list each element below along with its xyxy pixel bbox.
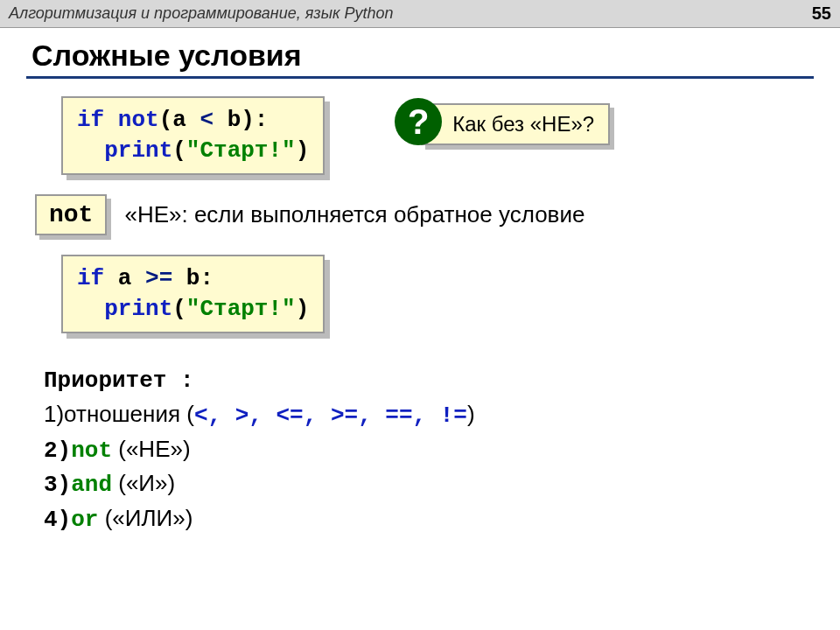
slide-header: Алгоритмизация и программирование, язык … [0, 0, 840, 28]
priority-title: Приоритет : [44, 365, 814, 398]
priority-line-1: 1)отношения (<, >, <=, >=, ==, !=) [44, 398, 814, 433]
p2-num: 2) [44, 438, 71, 464]
not-keyword-box: not [35, 194, 107, 235]
print-kw: print [104, 137, 172, 164]
priority-block: Приоритет : 1)отношения (<, >, <=, >=, =… [44, 365, 814, 536]
paren-close-2: ) [296, 296, 310, 322]
main-title: Сложные условия [26, 35, 814, 79]
p4-kw: or [71, 507, 98, 533]
callout-wrap: ? Как без «НЕ»? [421, 103, 610, 145]
paren-close: ) [296, 137, 310, 164]
priority-line-2: 2)not («НЕ») [44, 433, 814, 468]
expr-close: b): [214, 107, 268, 133]
code-box-2: if a >= b: print("Старт!") [61, 255, 325, 333]
not-row: not «НЕ»: если выполняется обратное усло… [35, 194, 814, 235]
header-title: Алгоритмизация и программирование, язык … [9, 4, 393, 23]
p2-kw: not [71, 438, 112, 464]
paren-open-2: ( [172, 296, 186, 322]
p2-post: («НЕ») [112, 436, 191, 462]
priority-line-4: 4)or («ИЛИ») [44, 502, 814, 537]
not-description: «НЕ»: если выполняется обратное условие [124, 201, 584, 228]
kw-if-2: if [77, 265, 104, 291]
callout-box: Как без «НЕ»? [421, 103, 610, 145]
priority-line-3: 3)and («И») [44, 467, 814, 502]
p4-post: («ИЛИ») [98, 505, 192, 531]
p3-kw: and [71, 472, 112, 498]
gte-op: >= [145, 265, 172, 291]
p3-num: 3) [44, 472, 71, 498]
string-literal-2: "Старт!" [186, 296, 296, 322]
p1-pre: 1)отношения ( [44, 401, 194, 427]
p3-post: («И») [112, 470, 175, 496]
expr-open: (a [159, 107, 200, 133]
code-box-1: if not(a < b): print("Старт!") [61, 96, 325, 175]
paren-open: ( [172, 137, 186, 164]
slide-content: Сложные условия if not(a < b): print("Ст… [0, 28, 840, 555]
question-mark-icon: ? [395, 98, 442, 145]
string-literal: "Старт!" [186, 137, 296, 164]
p1-ops: <, >, <=, >=, ==, != [194, 402, 467, 429]
code-row-2: if a >= b: print("Старт!") [61, 255, 814, 333]
p1-post: ) [467, 401, 475, 427]
kw-not: not [118, 107, 159, 133]
p4-num: 4) [44, 507, 71, 533]
expr-b: b: [172, 265, 214, 291]
print-kw-2: print [104, 296, 172, 322]
lt-op: < [200, 107, 214, 133]
kw-if: if [77, 107, 104, 133]
code-row-1: if not(a < b): print("Старт!") ? Как без… [61, 96, 814, 175]
expr-a: a [104, 265, 145, 291]
page-number: 55 [812, 4, 831, 24]
